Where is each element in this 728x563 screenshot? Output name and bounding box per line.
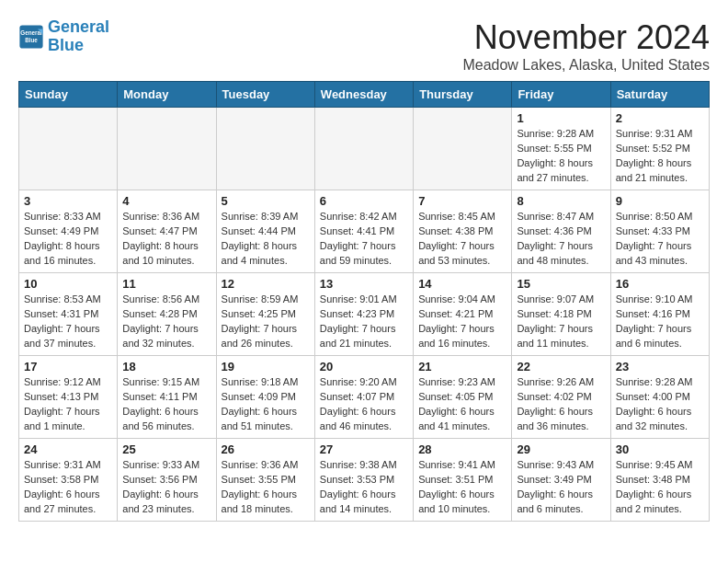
day-number: 8 — [517, 194, 605, 208]
day-info: Sunrise: 8:42 AM Sunset: 4:41 PM Dayligh… — [320, 210, 408, 269]
calendar-cell — [19, 108, 118, 190]
day-info: Sunrise: 9:43 AM Sunset: 3:49 PM Dayligh… — [517, 458, 605, 517]
calendar-cell — [314, 108, 413, 190]
day-info: Sunrise: 8:36 AM Sunset: 4:47 PM Dayligh… — [122, 210, 210, 269]
day-number: 10 — [24, 277, 112, 291]
weekday-header-thursday: Thursday — [414, 82, 512, 108]
day-info: Sunrise: 9:36 AM Sunset: 3:55 PM Dayligh… — [222, 458, 310, 517]
calendar-cell: 14Sunrise: 9:04 AM Sunset: 4:21 PM Dayli… — [414, 273, 512, 356]
day-number: 23 — [616, 360, 704, 373]
logo-line2: Blue — [48, 37, 109, 55]
logo: General Blue General Blue — [18, 18, 109, 55]
day-number: 19 — [222, 360, 310, 373]
calendar-cell: 18Sunrise: 9:15 AM Sunset: 4:11 PM Dayli… — [118, 356, 216, 439]
calendar-cell: 16Sunrise: 9:10 AM Sunset: 4:16 PM Dayli… — [610, 273, 709, 356]
calendar-cell: 2Sunrise: 9:31 AM Sunset: 5:52 PM Daylig… — [610, 108, 709, 190]
day-info: Sunrise: 9:28 AM Sunset: 4:00 PM Dayligh… — [616, 375, 704, 434]
calendar-cell: 6Sunrise: 8:42 AM Sunset: 4:41 PM Daylig… — [314, 190, 413, 273]
day-info: Sunrise: 9:23 AM Sunset: 4:05 PM Dayligh… — [418, 375, 506, 434]
calendar-cell: 7Sunrise: 8:45 AM Sunset: 4:38 PM Daylig… — [414, 190, 512, 273]
day-info: Sunrise: 8:50 AM Sunset: 4:33 PM Dayligh… — [616, 210, 704, 269]
weekday-header-wednesday: Wednesday — [314, 82, 413, 108]
day-number: 3 — [24, 194, 112, 208]
calendar-cell: 13Sunrise: 9:01 AM Sunset: 4:23 PM Dayli… — [314, 273, 413, 356]
calendar-cell: 29Sunrise: 9:43 AM Sunset: 3:49 PM Dayli… — [512, 439, 610, 522]
day-number: 24 — [24, 442, 112, 456]
calendar-cell: 21Sunrise: 9:23 AM Sunset: 4:05 PM Dayli… — [414, 356, 512, 439]
calendar-cell: 27Sunrise: 9:38 AM Sunset: 3:53 PM Dayli… — [314, 439, 413, 522]
day-info: Sunrise: 9:31 AM Sunset: 5:52 PM Dayligh… — [616, 127, 704, 186]
day-number: 12 — [222, 277, 310, 291]
calendar-week-row: 24Sunrise: 9:31 AM Sunset: 3:58 PM Dayli… — [19, 439, 710, 522]
calendar-week-row: 1Sunrise: 9:28 AM Sunset: 5:55 PM Daylig… — [19, 108, 710, 190]
calendar-cell: 15Sunrise: 9:07 AM Sunset: 4:18 PM Dayli… — [512, 273, 610, 356]
day-number: 15 — [517, 277, 605, 291]
calendar-cell: 26Sunrise: 9:36 AM Sunset: 3:55 PM Dayli… — [216, 439, 314, 522]
day-number: 30 — [616, 442, 704, 456]
calendar-cell: 23Sunrise: 9:28 AM Sunset: 4:00 PM Dayli… — [610, 356, 709, 439]
day-info: Sunrise: 8:53 AM Sunset: 4:31 PM Dayligh… — [24, 293, 112, 351]
day-number: 5 — [222, 194, 310, 208]
calendar-week-row: 3Sunrise: 8:33 AM Sunset: 4:49 PM Daylig… — [19, 190, 710, 273]
calendar-cell — [216, 108, 314, 190]
calendar-cell: 11Sunrise: 8:56 AM Sunset: 4:28 PM Dayli… — [118, 273, 216, 356]
calendar-week-row: 10Sunrise: 8:53 AM Sunset: 4:31 PM Dayli… — [19, 273, 710, 356]
day-number: 22 — [517, 360, 605, 373]
day-info: Sunrise: 8:39 AM Sunset: 4:44 PM Dayligh… — [222, 210, 310, 269]
calendar-cell: 9Sunrise: 8:50 AM Sunset: 4:33 PM Daylig… — [610, 190, 709, 273]
calendar-week-row: 17Sunrise: 9:12 AM Sunset: 4:13 PM Dayli… — [19, 356, 710, 439]
day-info: Sunrise: 9:12 AM Sunset: 4:13 PM Dayligh… — [24, 375, 112, 434]
calendar-cell: 4Sunrise: 8:36 AM Sunset: 4:47 PM Daylig… — [118, 190, 216, 273]
day-info: Sunrise: 8:56 AM Sunset: 4:28 PM Dayligh… — [122, 293, 210, 351]
day-info: Sunrise: 9:26 AM Sunset: 4:02 PM Dayligh… — [517, 375, 605, 434]
day-info: Sunrise: 8:59 AM Sunset: 4:25 PM Dayligh… — [222, 293, 310, 351]
day-info: Sunrise: 8:47 AM Sunset: 4:36 PM Dayligh… — [517, 210, 605, 269]
day-info: Sunrise: 9:20 AM Sunset: 4:07 PM Dayligh… — [320, 375, 408, 434]
day-number: 28 — [418, 442, 506, 456]
day-info: Sunrise: 9:10 AM Sunset: 4:16 PM Dayligh… — [616, 293, 704, 351]
day-number: 27 — [320, 442, 408, 456]
day-number: 16 — [616, 277, 704, 291]
weekday-header-row: SundayMondayTuesdayWednesdayThursdayFrid… — [19, 82, 710, 108]
calendar-cell: 19Sunrise: 9:18 AM Sunset: 4:09 PM Dayli… — [216, 356, 314, 439]
month-title: November 2024 — [462, 18, 710, 57]
calendar-cell — [414, 108, 512, 190]
day-number: 11 — [122, 277, 210, 291]
weekday-header-friday: Friday — [512, 82, 610, 108]
weekday-header-sunday: Sunday — [19, 82, 118, 108]
day-info: Sunrise: 9:33 AM Sunset: 3:56 PM Dayligh… — [122, 458, 210, 517]
calendar-cell: 12Sunrise: 8:59 AM Sunset: 4:25 PM Dayli… — [216, 273, 314, 356]
day-number: 14 — [418, 277, 506, 291]
logo-line1: General — [48, 18, 109, 37]
calendar-cell: 3Sunrise: 8:33 AM Sunset: 4:49 PM Daylig… — [19, 190, 118, 273]
svg-text:Blue: Blue — [25, 36, 38, 42]
calendar-cell: 28Sunrise: 9:41 AM Sunset: 3:51 PM Dayli… — [414, 439, 512, 522]
day-info: Sunrise: 8:45 AM Sunset: 4:38 PM Dayligh… — [418, 210, 506, 269]
day-info: Sunrise: 9:28 AM Sunset: 5:55 PM Dayligh… — [517, 127, 605, 186]
calendar-table: SundayMondayTuesdayWednesdayThursdayFrid… — [18, 81, 710, 522]
title-section: November 2024 Meadow Lakes, Alaska, Unit… — [462, 18, 710, 74]
calendar-cell: 8Sunrise: 8:47 AM Sunset: 4:36 PM Daylig… — [512, 190, 610, 273]
day-number: 18 — [122, 360, 210, 373]
day-info: Sunrise: 9:45 AM Sunset: 3:48 PM Dayligh… — [616, 458, 704, 517]
day-info: Sunrise: 9:41 AM Sunset: 3:51 PM Dayligh… — [418, 458, 506, 517]
day-number: 13 — [320, 277, 408, 291]
day-number: 2 — [616, 111, 704, 125]
day-number: 1 — [517, 111, 605, 125]
day-number: 20 — [320, 360, 408, 373]
day-number: 26 — [222, 442, 310, 456]
day-info: Sunrise: 8:33 AM Sunset: 4:49 PM Dayligh… — [24, 210, 112, 269]
calendar-cell: 24Sunrise: 9:31 AM Sunset: 3:58 PM Dayli… — [19, 439, 118, 522]
day-info: Sunrise: 9:15 AM Sunset: 4:11 PM Dayligh… — [122, 375, 210, 434]
day-number: 29 — [517, 442, 605, 456]
day-info: Sunrise: 9:31 AM Sunset: 3:58 PM Dayligh… — [24, 458, 112, 517]
day-info: Sunrise: 9:04 AM Sunset: 4:21 PM Dayligh… — [418, 293, 506, 351]
weekday-header-saturday: Saturday — [610, 82, 709, 108]
logo-icon: General Blue — [18, 24, 44, 50]
day-info: Sunrise: 9:01 AM Sunset: 4:23 PM Dayligh… — [320, 293, 408, 351]
location-title: Meadow Lakes, Alaska, United States — [462, 57, 710, 74]
calendar-cell: 10Sunrise: 8:53 AM Sunset: 4:31 PM Dayli… — [19, 273, 118, 356]
calendar-cell: 5Sunrise: 8:39 AM Sunset: 4:44 PM Daylig… — [216, 190, 314, 273]
calendar-cell: 30Sunrise: 9:45 AM Sunset: 3:48 PM Dayli… — [610, 439, 709, 522]
day-number: 6 — [320, 194, 408, 208]
